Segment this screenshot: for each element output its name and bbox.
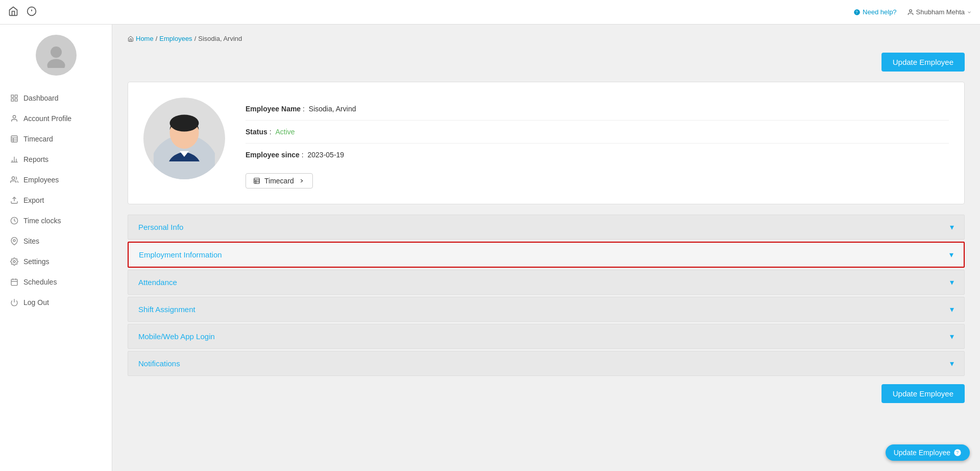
- accordion-arrow-mobile-web-app-login: ▾: [950, 332, 954, 341]
- svg-text:?: ?: [956, 450, 959, 455]
- sidebar-item-schedules[interactable]: Schedules: [0, 272, 112, 292]
- users-icon: [10, 176, 18, 184]
- bar-chart-icon: [10, 155, 18, 163]
- topbar: ? Need help? Shubham Mehta: [0, 0, 980, 25]
- sidebar-label-time-clocks: Time clocks: [23, 217, 61, 225]
- sidebar: Dashboard Account Profile Timecard: [0, 25, 112, 471]
- accordion-arrow-personal-info: ▾: [950, 222, 954, 232]
- help-fab[interactable]: Update Employee ?: [886, 444, 970, 461]
- employee-since-field: Employee since : 2023-05-19: [246, 144, 949, 166]
- home-icon[interactable]: [8, 6, 18, 18]
- sidebar-item-reports[interactable]: Reports: [0, 149, 112, 170]
- gear-icon: [10, 257, 18, 266]
- top-action-bar: Update Employee: [128, 53, 965, 72]
- accordion-label-notifications: Notifications: [138, 359, 180, 368]
- upload-icon: [10, 196, 18, 204]
- accordion-notifications: Notifications ▾: [128, 351, 965, 376]
- table-icon: [10, 135, 18, 143]
- update-employee-button-bottom[interactable]: Update Employee: [881, 384, 965, 403]
- accordion-label-personal-info: Personal Info: [138, 223, 183, 231]
- accordion-employment-information: Employment Information ▾: [128, 242, 965, 268]
- clock-icon: [10, 217, 18, 225]
- accordion-arrow-shift-assignment: ▾: [950, 304, 954, 314]
- svg-rect-10: [11, 99, 14, 101]
- chevron-down-icon: [967, 10, 972, 15]
- sidebar-item-sites[interactable]: Sites: [0, 231, 112, 251]
- main-layout: Dashboard Account Profile Timecard: [0, 25, 980, 471]
- accordion-personal-info: Personal Info ▾: [128, 215, 965, 240]
- sidebar-label-settings: Settings: [23, 257, 50, 266]
- employee-since-label: Employee since: [246, 151, 300, 159]
- sidebar-item-logout[interactable]: Log Out: [0, 292, 112, 313]
- svg-rect-8: [11, 95, 14, 98]
- update-employee-button-top[interactable]: Update Employee: [881, 53, 965, 72]
- sidebar-label-timecard: Timecard: [23, 135, 53, 143]
- user-icon: [907, 9, 914, 16]
- accordion-shift-assignment: Shift Assignment ▾: [128, 297, 965, 322]
- timecard-button[interactable]: Timecard: [246, 173, 313, 189]
- accordion-header-shift-assignment[interactable]: Shift Assignment ▾: [128, 297, 964, 321]
- help-fab-label: Update Employee: [894, 449, 950, 457]
- employee-profile-card: Employee Name : Sisodia, Arvind Status :…: [128, 82, 965, 204]
- user-circle-icon: [10, 114, 18, 123]
- svg-point-12: [13, 115, 15, 118]
- accordion-header-mobile-web-app-login[interactable]: Mobile/Web App Login ▾: [128, 324, 964, 348]
- sidebar-nav: Dashboard Account Profile Timecard: [0, 88, 112, 313]
- sidebar-label-export: Export: [23, 196, 44, 204]
- sidebar-item-employees[interactable]: Employees: [0, 170, 112, 190]
- svg-rect-26: [11, 279, 17, 286]
- breadcrumb-home-link[interactable]: Home: [136, 35, 154, 42]
- map-pin-icon: [10, 237, 18, 245]
- svg-point-24: [13, 240, 15, 242]
- info-icon[interactable]: [27, 6, 37, 18]
- sidebar-item-time-clocks[interactable]: Time clocks: [0, 210, 112, 231]
- sidebar-item-account-profile[interactable]: Account Profile: [0, 108, 112, 129]
- svg-point-21: [12, 177, 14, 179]
- svg-text:?: ?: [855, 10, 858, 14]
- sidebar-item-export[interactable]: Export: [0, 190, 112, 210]
- employee-photo-svg: [154, 98, 215, 179]
- svg-point-7: [47, 59, 65, 68]
- sidebar-label-schedules: Schedules: [23, 278, 57, 286]
- user-name-label: Shubham Mehta: [916, 8, 965, 16]
- sidebar-label-reports: Reports: [23, 155, 48, 163]
- share-icon: [298, 177, 305, 184]
- accordion-header-employment-information[interactable]: Employment Information ▾: [129, 243, 964, 267]
- sidebar-item-dashboard[interactable]: Dashboard: [0, 88, 112, 108]
- sidebar-label-employees: Employees: [23, 176, 59, 184]
- accordion-header-attendance[interactable]: Attendance ▾: [128, 270, 964, 294]
- sidebar-label-account-profile: Account Profile: [23, 114, 71, 123]
- sidebar-item-settings[interactable]: Settings: [0, 251, 112, 272]
- accordion-container: Personal Info ▾ Employment Information ▾…: [128, 215, 965, 376]
- need-help-label: Need help?: [863, 8, 897, 16]
- accordion-header-personal-info[interactable]: Personal Info ▾: [128, 215, 964, 239]
- svg-rect-13: [11, 136, 17, 142]
- content-area: Home / Employees / Sisodia, Arvind Updat…: [112, 25, 980, 471]
- svg-rect-9: [15, 95, 17, 98]
- timecard-button-label: Timecard: [264, 177, 294, 185]
- bottom-action-bar: Update Employee: [128, 384, 965, 413]
- employee-name-label: Employee Name: [246, 105, 301, 113]
- employee-status-value: Active: [275, 128, 295, 136]
- accordion-attendance: Attendance ▾: [128, 270, 965, 295]
- grid-icon: [10, 94, 18, 102]
- svg-point-5: [909, 9, 912, 12]
- topbar-right: ? Need help? Shubham Mehta: [853, 8, 972, 16]
- sidebar-item-timecard[interactable]: Timecard: [0, 129, 112, 149]
- employee-photo: [143, 98, 225, 179]
- avatar: [36, 35, 77, 76]
- employee-status-field: Status : Active: [246, 121, 949, 144]
- need-help-link[interactable]: ? Need help?: [853, 8, 897, 16]
- accordion-label-employment-information: Employment Information: [139, 250, 222, 259]
- breadcrumb-employees-link[interactable]: Employees: [159, 35, 192, 42]
- accordion-arrow-employment-information: ▾: [949, 250, 953, 260]
- accordion-header-notifications[interactable]: Notifications ▾: [128, 351, 964, 375]
- user-menu[interactable]: Shubham Mehta: [907, 8, 972, 16]
- svg-rect-34: [254, 178, 260, 184]
- help-fab-icon: ?: [953, 449, 962, 457]
- accordion-label-attendance: Attendance: [138, 278, 177, 287]
- topbar-left: [8, 6, 37, 18]
- calendar-icon: [10, 278, 18, 286]
- breadcrumb-current: Sisodia, Arvind: [198, 35, 242, 42]
- sidebar-label-dashboard: Dashboard: [23, 94, 59, 102]
